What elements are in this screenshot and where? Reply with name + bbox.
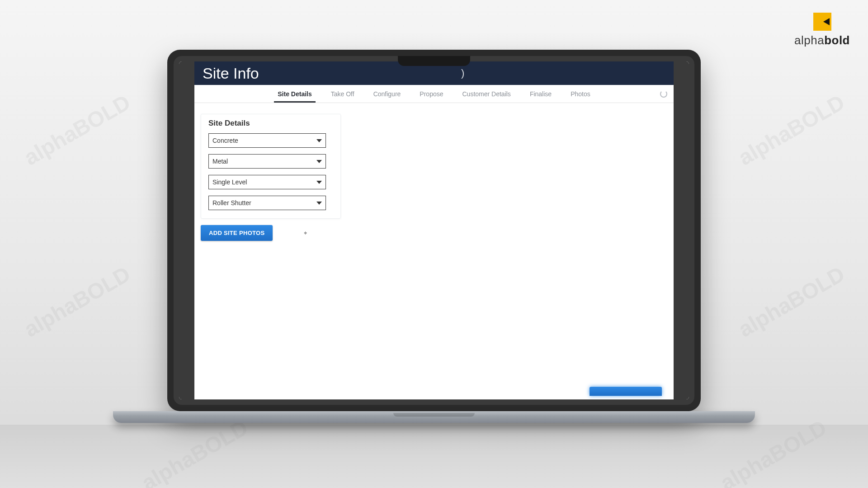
brand-wordmark: alphabold [794, 33, 850, 47]
watermark: alphaBOLD [20, 261, 135, 342]
loading-spinner-icon [660, 90, 667, 98]
chevron-down-icon [316, 181, 322, 184]
laptop-notch [398, 56, 470, 66]
site-details-card: Site Details Concrete Metal Single Level [201, 114, 341, 219]
watermark: alphaBOLD [734, 89, 849, 170]
watermark: alphaBOLD [20, 89, 135, 170]
tab-site-details[interactable]: Site Details [276, 86, 313, 102]
section-heading: Site Details [208, 119, 333, 128]
chevron-down-icon [316, 139, 322, 142]
tabs-bar: Site Details Take Off Configure Propose … [194, 85, 674, 103]
chevron-down-icon [316, 202, 322, 205]
page-title: Site Info [203, 65, 259, 82]
brand-mark-icon [813, 13, 831, 31]
select-building-level[interactable]: Single Level [208, 175, 326, 189]
floor [0, 425, 868, 488]
select-door-type[interactable]: Roller Shutter [208, 196, 326, 210]
next-step-button[interactable] [590, 387, 662, 396]
brand-logo: alphabold [794, 13, 850, 47]
tab-take-off[interactable]: Take Off [329, 86, 356, 102]
tab-propose[interactable]: Propose [418, 86, 445, 102]
watermark: alphaBOLD [734, 261, 849, 342]
select-value: Single Level [212, 178, 247, 186]
select-value: Roller Shutter [212, 199, 251, 206]
select-floor-type[interactable]: Concrete [208, 133, 326, 148]
page-title-suffix: ) [461, 67, 464, 79]
tab-customer-details[interactable]: Customer Details [461, 86, 513, 102]
laptop-hinge [113, 411, 755, 423]
tab-finalise[interactable]: Finalise [528, 86, 553, 102]
tab-configure[interactable]: Configure [372, 86, 403, 102]
select-value: Concrete [212, 137, 238, 144]
add-site-photos-button[interactable]: ADD SITE PHOTOS [201, 225, 273, 241]
tab-photos[interactable]: Photos [569, 86, 592, 102]
laptop-mockup: Site Info ) Site Details Take Off Config… [167, 50, 701, 423]
select-roof-type[interactable]: Metal [208, 154, 326, 169]
chevron-down-icon [316, 160, 322, 163]
select-value: Metal [212, 158, 228, 165]
mouse-cursor-icon: ⌖ [304, 230, 307, 237]
